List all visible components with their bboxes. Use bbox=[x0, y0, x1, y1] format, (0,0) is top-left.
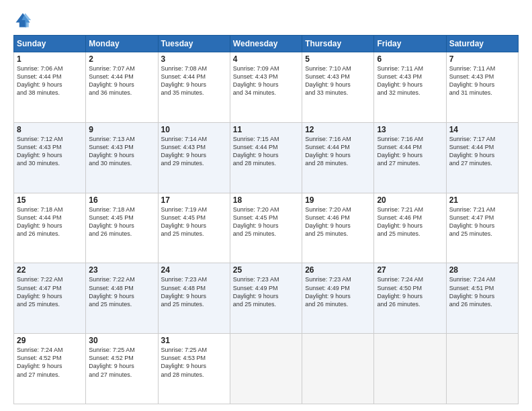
day-info: Sunrise: 7:10 AM Sunset: 4:43 PM Dayligh… bbox=[305, 64, 371, 97]
calendar-cell: 9Sunrise: 7:13 AM Sunset: 4:43 PM Daylig… bbox=[86, 122, 158, 193]
calendar-cell: 13Sunrise: 7:16 AM Sunset: 4:44 PM Dayli… bbox=[374, 122, 446, 193]
calendar-cell: 11Sunrise: 7:15 AM Sunset: 4:44 PM Dayli… bbox=[230, 122, 302, 193]
day-number: 3 bbox=[161, 54, 227, 64]
day-number: 28 bbox=[449, 265, 515, 275]
day-number: 13 bbox=[377, 125, 443, 134]
calendar-cell: 27Sunrise: 7:24 AM Sunset: 4:50 PM Dayli… bbox=[374, 263, 446, 334]
calendar-cell: 25Sunrise: 7:23 AM Sunset: 4:49 PM Dayli… bbox=[230, 263, 302, 334]
col-header-saturday: Saturday bbox=[446, 36, 518, 52]
calendar-cell: 1Sunrise: 7:06 AM Sunset: 4:44 PM Daylig… bbox=[14, 52, 86, 123]
day-info: Sunrise: 7:07 AM Sunset: 4:44 PM Dayligh… bbox=[89, 64, 154, 97]
day-number: 30 bbox=[89, 336, 154, 345]
calendar-cell: 8Sunrise: 7:12 AM Sunset: 4:43 PM Daylig… bbox=[14, 122, 86, 193]
week-row-3: 15Sunrise: 7:18 AM Sunset: 4:44 PM Dayli… bbox=[14, 193, 519, 263]
day-number: 14 bbox=[449, 125, 515, 134]
day-info: Sunrise: 7:11 AM Sunset: 4:43 PM Dayligh… bbox=[377, 64, 443, 97]
day-number: 7 bbox=[449, 54, 515, 64]
calendar-cell: 15Sunrise: 7:18 AM Sunset: 4:44 PM Dayli… bbox=[14, 193, 86, 263]
calendar-cell bbox=[230, 334, 302, 404]
day-info: Sunrise: 7:15 AM Sunset: 4:44 PM Dayligh… bbox=[233, 135, 299, 168]
day-info: Sunrise: 7:23 AM Sunset: 4:49 PM Dayligh… bbox=[305, 275, 371, 308]
calendar-cell: 2Sunrise: 7:07 AM Sunset: 4:44 PM Daylig… bbox=[86, 52, 158, 123]
col-header-monday: Monday bbox=[86, 36, 158, 52]
day-number: 1 bbox=[17, 54, 83, 64]
day-info: Sunrise: 7:24 AM Sunset: 4:50 PM Dayligh… bbox=[377, 275, 443, 308]
day-number: 15 bbox=[17, 195, 83, 205]
calendar-cell: 3Sunrise: 7:08 AM Sunset: 4:44 PM Daylig… bbox=[158, 52, 230, 123]
day-number: 4 bbox=[233, 54, 299, 64]
day-number: 22 bbox=[17, 265, 83, 275]
day-number: 11 bbox=[233, 125, 299, 134]
day-number: 16 bbox=[89, 195, 154, 205]
week-row-5: 29Sunrise: 7:24 AM Sunset: 4:52 PM Dayli… bbox=[14, 334, 519, 404]
day-number: 5 bbox=[305, 54, 371, 64]
day-info: Sunrise: 7:22 AM Sunset: 4:48 PM Dayligh… bbox=[89, 275, 154, 308]
day-number: 17 bbox=[161, 195, 227, 205]
col-header-tuesday: Tuesday bbox=[158, 36, 230, 52]
page: SundayMondayTuesdayWednesdayThursdayFrid… bbox=[0, 0, 532, 411]
day-number: 24 bbox=[161, 265, 227, 275]
calendar-cell: 6Sunrise: 7:11 AM Sunset: 4:43 PM Daylig… bbox=[374, 52, 446, 123]
calendar-cell: 14Sunrise: 7:17 AM Sunset: 4:44 PM Dayli… bbox=[446, 122, 518, 193]
calendar-cell: 20Sunrise: 7:21 AM Sunset: 4:46 PM Dayli… bbox=[374, 193, 446, 263]
day-info: Sunrise: 7:21 AM Sunset: 4:46 PM Dayligh… bbox=[377, 205, 443, 238]
day-number: 9 bbox=[89, 125, 154, 134]
day-number: 26 bbox=[305, 265, 371, 275]
calendar-cell bbox=[446, 334, 518, 404]
header bbox=[13, 11, 519, 30]
day-info: Sunrise: 7:16 AM Sunset: 4:44 PM Dayligh… bbox=[377, 135, 443, 168]
logo-icon bbox=[13, 11, 32, 30]
day-info: Sunrise: 7:11 AM Sunset: 4:43 PM Dayligh… bbox=[449, 64, 515, 97]
calendar-cell: 12Sunrise: 7:16 AM Sunset: 4:44 PM Dayli… bbox=[302, 122, 374, 193]
calendar-cell: 22Sunrise: 7:22 AM Sunset: 4:47 PM Dayli… bbox=[14, 263, 86, 334]
day-number: 19 bbox=[305, 195, 371, 205]
day-info: Sunrise: 7:23 AM Sunset: 4:48 PM Dayligh… bbox=[161, 275, 227, 308]
day-number: 20 bbox=[377, 195, 443, 205]
calendar-cell: 7Sunrise: 7:11 AM Sunset: 4:43 PM Daylig… bbox=[446, 52, 518, 123]
day-number: 8 bbox=[17, 125, 83, 134]
week-row-4: 22Sunrise: 7:22 AM Sunset: 4:47 PM Dayli… bbox=[14, 263, 519, 334]
week-row-2: 8Sunrise: 7:12 AM Sunset: 4:43 PM Daylig… bbox=[14, 122, 519, 193]
day-info: Sunrise: 7:24 AM Sunset: 4:52 PM Dayligh… bbox=[17, 346, 83, 379]
calendar-cell bbox=[374, 334, 446, 404]
day-number: 2 bbox=[89, 54, 154, 64]
calendar-cell: 29Sunrise: 7:24 AM Sunset: 4:52 PM Dayli… bbox=[14, 334, 86, 404]
day-info: Sunrise: 7:06 AM Sunset: 4:44 PM Dayligh… bbox=[17, 64, 83, 97]
calendar-cell: 10Sunrise: 7:14 AM Sunset: 4:43 PM Dayli… bbox=[158, 122, 230, 193]
day-info: Sunrise: 7:21 AM Sunset: 4:47 PM Dayligh… bbox=[449, 205, 515, 238]
week-row-1: 1Sunrise: 7:06 AM Sunset: 4:44 PM Daylig… bbox=[14, 52, 519, 123]
calendar-cell: 4Sunrise: 7:09 AM Sunset: 4:43 PM Daylig… bbox=[230, 52, 302, 123]
day-info: Sunrise: 7:16 AM Sunset: 4:44 PM Dayligh… bbox=[305, 135, 371, 168]
calendar-cell: 31Sunrise: 7:25 AM Sunset: 4:53 PM Dayli… bbox=[158, 334, 230, 404]
header-row: SundayMondayTuesdayWednesdayThursdayFrid… bbox=[14, 36, 519, 52]
day-info: Sunrise: 7:25 AM Sunset: 4:53 PM Dayligh… bbox=[161, 346, 227, 379]
day-info: Sunrise: 7:08 AM Sunset: 4:44 PM Dayligh… bbox=[161, 64, 227, 97]
calendar-cell: 30Sunrise: 7:25 AM Sunset: 4:52 PM Dayli… bbox=[86, 334, 158, 404]
day-info: Sunrise: 7:12 AM Sunset: 4:43 PM Dayligh… bbox=[17, 135, 83, 168]
day-info: Sunrise: 7:18 AM Sunset: 4:44 PM Dayligh… bbox=[17, 205, 83, 238]
calendar-cell: 26Sunrise: 7:23 AM Sunset: 4:49 PM Dayli… bbox=[302, 263, 374, 334]
day-number: 10 bbox=[161, 125, 227, 134]
day-number: 21 bbox=[449, 195, 515, 205]
calendar-cell: 19Sunrise: 7:20 AM Sunset: 4:46 PM Dayli… bbox=[302, 193, 374, 263]
day-info: Sunrise: 7:20 AM Sunset: 4:45 PM Dayligh… bbox=[233, 205, 299, 238]
day-info: Sunrise: 7:22 AM Sunset: 4:47 PM Dayligh… bbox=[17, 275, 83, 308]
day-number: 12 bbox=[305, 125, 371, 134]
calendar-cell: 16Sunrise: 7:18 AM Sunset: 4:45 PM Dayli… bbox=[86, 193, 158, 263]
calendar-cell: 18Sunrise: 7:20 AM Sunset: 4:45 PM Dayli… bbox=[230, 193, 302, 263]
calendar-cell: 17Sunrise: 7:19 AM Sunset: 4:45 PM Dayli… bbox=[158, 193, 230, 263]
day-number: 23 bbox=[89, 265, 154, 275]
calendar-cell: 28Sunrise: 7:24 AM Sunset: 4:51 PM Dayli… bbox=[446, 263, 518, 334]
day-info: Sunrise: 7:23 AM Sunset: 4:49 PM Dayligh… bbox=[233, 275, 299, 308]
day-info: Sunrise: 7:24 AM Sunset: 4:51 PM Dayligh… bbox=[449, 275, 515, 308]
day-info: Sunrise: 7:09 AM Sunset: 4:43 PM Dayligh… bbox=[233, 64, 299, 97]
day-info: Sunrise: 7:14 AM Sunset: 4:43 PM Dayligh… bbox=[161, 135, 227, 168]
day-info: Sunrise: 7:25 AM Sunset: 4:52 PM Dayligh… bbox=[89, 346, 154, 379]
day-number: 18 bbox=[233, 195, 299, 205]
day-number: 27 bbox=[377, 265, 443, 275]
calendar-table: SundayMondayTuesdayWednesdayThursdayFrid… bbox=[13, 35, 519, 404]
col-header-sunday: Sunday bbox=[14, 36, 86, 52]
calendar-cell: 21Sunrise: 7:21 AM Sunset: 4:47 PM Dayli… bbox=[446, 193, 518, 263]
day-info: Sunrise: 7:20 AM Sunset: 4:46 PM Dayligh… bbox=[305, 205, 371, 238]
day-number: 25 bbox=[233, 265, 299, 275]
